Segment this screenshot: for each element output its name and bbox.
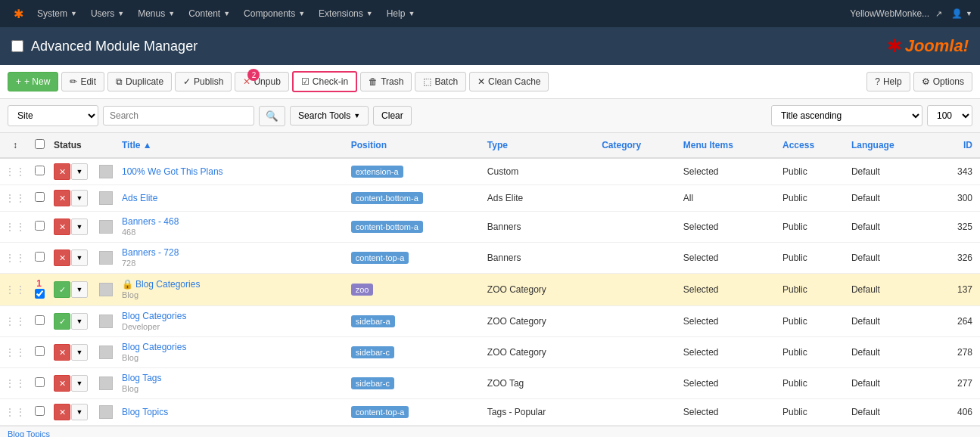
drag-handle[interactable]: ⋮⋮ — [0, 274, 30, 306]
status-toggle-button[interactable]: ✕ — [54, 249, 70, 266]
help-button[interactable]: ? Help — [866, 72, 910, 91]
trash-button[interactable]: 🗑 Trash — [360, 72, 412, 91]
header-checkbox[interactable] — [11, 40, 23, 52]
user-avatar-button[interactable]: 👤 ▼ — [951, 8, 972, 19]
drag-handle[interactable]: ⋮⋮ — [0, 306, 30, 337]
row-checkbox[interactable] — [35, 315, 45, 325]
status-dropdown-button[interactable]: ▼ — [71, 313, 88, 330]
th-menu-items[interactable]: Menu Items — [679, 133, 778, 158]
status-dropdown-button[interactable]: ▼ — [71, 281, 88, 298]
title-cell: Banners - 468 468 — [117, 212, 347, 243]
status-dropdown-button[interactable]: ▼ — [71, 163, 88, 180]
language-cell: Default — [847, 274, 934, 306]
drag-handle[interactable]: ⋮⋮ — [0, 399, 30, 426]
status-dropdown-button[interactable]: ▼ — [71, 404, 88, 420]
row-checkbox[interactable] — [35, 406, 45, 416]
nav-item-menus[interactable]: Menus ▼ — [132, 0, 181, 27]
item-title-link[interactable]: Blog Categories — [122, 342, 186, 352]
status-dropdown-button[interactable]: ▼ — [71, 344, 88, 361]
options-button[interactable]: ⚙ Options — [913, 72, 972, 91]
search-button[interactable]: 🔍 — [259, 106, 285, 126]
clear-button[interactable]: Clear — [373, 106, 412, 126]
drag-handle[interactable]: ⋮⋮ — [0, 185, 30, 212]
search-input[interactable] — [103, 106, 254, 126]
status-toggle-button[interactable]: ✕ — [54, 163, 70, 180]
row-checkbox[interactable] — [35, 166, 45, 175]
status-dropdown-button[interactable]: ▼ — [71, 190, 88, 206]
table-row: ⋮⋮ ✕ ▼ Banners - 468 468 content-bottom-… — [0, 212, 980, 243]
search-tools-button[interactable]: Search Tools ▼ — [290, 106, 369, 126]
status-dropdown-button[interactable]: ▼ — [71, 249, 88, 266]
row-checkbox-cell — [30, 337, 49, 368]
type-cell: ZOO Category — [483, 337, 597, 368]
item-title-link[interactable]: Blog Topics — [122, 407, 168, 417]
item-title-link[interactable]: 100% We Got This Plans — [122, 166, 223, 177]
row-checkbox[interactable] — [35, 221, 45, 231]
drag-handle[interactable]: ⋮⋮ — [0, 243, 30, 274]
nav-item-content[interactable]: Content ▼ — [182, 0, 236, 27]
publish-label: Publish — [194, 76, 223, 87]
cleancache-button[interactable]: ✕ Clean Cache — [469, 72, 549, 91]
edit-button[interactable]: ✏ Edit — [61, 72, 104, 91]
status-toggle-button[interactable]: ✕ — [54, 375, 70, 392]
nav-item-extensions[interactable]: Extensions ▼ — [313, 0, 379, 27]
nav-item-help[interactable]: Help ▼ — [381, 0, 422, 27]
item-title-link[interactable]: Blog Categories — [135, 279, 200, 290]
batch-button[interactable]: ⬚ Batch — [415, 72, 466, 91]
unpublish-button[interactable]: ✕ Unpub 2 — [235, 72, 288, 91]
th-language[interactable]: Language — [847, 133, 934, 158]
table-row: ⋮⋮ ✕ ▼ Blog Topics content-top-a Tags - … — [0, 399, 980, 426]
th-category[interactable]: Category — [597, 133, 679, 158]
duplicate-button[interactable]: ⧉ Duplicate — [107, 72, 172, 91]
th-id[interactable]: ID — [934, 133, 980, 158]
limit-select[interactable]: 100 — [927, 105, 972, 126]
drag-handle[interactable]: ⋮⋮ — [0, 337, 30, 368]
select-all-checkbox[interactable] — [35, 139, 45, 149]
username-button[interactable]: YellowWebMonke... — [850, 8, 929, 19]
status-toggle-button[interactable]: ✕ — [54, 344, 70, 361]
nav-item-users[interactable]: Users ▼ — [85, 0, 130, 27]
publish-button[interactable]: ✓ Publish — [175, 72, 232, 91]
status-toggle-button[interactable]: ✕ — [54, 190, 70, 206]
language-cell: Default — [847, 158, 934, 185]
status-toggle-button[interactable]: ✓ — [54, 281, 70, 298]
row-checkbox-cell — [30, 399, 49, 426]
th-position[interactable]: Position — [347, 133, 483, 158]
new-button[interactable]: + + New — [8, 72, 58, 91]
row-checkbox[interactable] — [35, 289, 45, 299]
status-toggle-button[interactable]: ✕ — [54, 218, 70, 235]
status-dropdown-button[interactable]: ▼ — [71, 375, 88, 392]
cleancache-icon: ✕ — [478, 76, 485, 87]
checkin-button[interactable]: ☑ Check-in — [292, 71, 357, 92]
nav-item-components[interactable]: Components ▼ — [238, 0, 311, 27]
item-title-link[interactable]: Banners - 468 — [122, 216, 179, 227]
row-checkbox[interactable] — [35, 346, 45, 356]
item-title-link[interactable]: Banners - 728 — [122, 247, 179, 258]
row-checkbox[interactable] — [35, 252, 45, 262]
item-title-link[interactable]: Blog Tags — [122, 373, 161, 383]
site-select[interactable]: Site — [8, 105, 98, 126]
row-checkbox[interactable] — [35, 192, 45, 202]
status-toggle-button[interactable]: ✓ — [54, 313, 70, 330]
title-cell: Blog Categories Blog — [117, 337, 347, 368]
item-title-link[interactable]: Ads Elite — [122, 193, 157, 203]
th-title[interactable]: Title ▲ — [117, 133, 347, 158]
row-checkbox-cell — [30, 185, 49, 212]
item-title-link[interactable]: Blog Categories — [122, 311, 186, 321]
th-access[interactable]: Access — [778, 133, 847, 158]
drag-handle[interactable]: ⋮⋮ — [0, 212, 30, 243]
th-type[interactable]: Type — [483, 133, 597, 158]
nav-item-system[interactable]: System ▼ — [31, 0, 83, 27]
th-reorder[interactable]: ↕ — [0, 133, 30, 158]
sort-select[interactable]: Title ascending — [771, 105, 922, 126]
status-dropdown-button[interactable]: ▼ — [71, 218, 88, 235]
status-toggle-button[interactable]: ✕ — [54, 404, 70, 420]
th-check[interactable] — [30, 133, 49, 158]
drag-handle[interactable]: ⋮⋮ — [0, 368, 30, 399]
joomla-home-icon[interactable]: ✱ — [8, 0, 30, 27]
access-cell: Public — [778, 274, 847, 306]
drag-handle[interactable]: ⋮⋮ — [0, 158, 30, 185]
top-nav-right: YellowWebMonke... ↗ 👤 ▼ — [850, 8, 972, 19]
breadcrumb-item[interactable]: Blog Topics — [8, 429, 50, 437]
row-checkbox[interactable] — [35, 377, 45, 387]
